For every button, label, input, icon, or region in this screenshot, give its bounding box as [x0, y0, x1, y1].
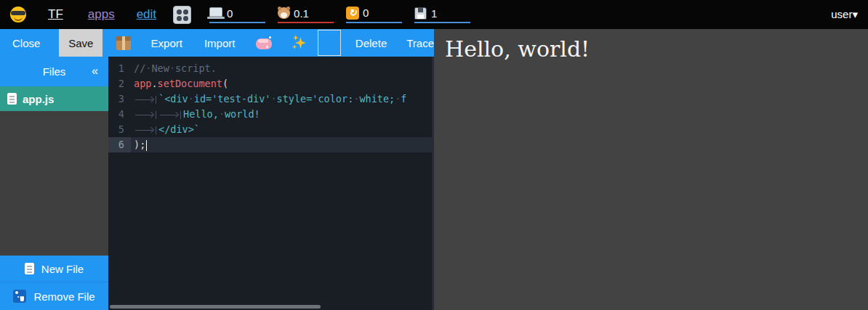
code-content: Hello,·world!	[134, 107, 260, 122]
new-file-button[interactable]: New File	[0, 256, 108, 282]
code-token: f	[401, 93, 406, 105]
horizontal-scrollbar-thumb[interactable]	[110, 305, 321, 309]
code-token: app	[134, 78, 151, 89]
space-dot: ·	[270, 93, 276, 105]
status-indicators: 00.1↻01	[209, 7, 483, 23]
remove-file-label: Remove File	[33, 290, 95, 303]
nav-link-tf[interactable]: TF	[48, 7, 63, 22]
space-dot: ·	[188, 93, 194, 105]
editor-region: Close Save Export Import Delete Trace Fi…	[0, 29, 434, 310]
code-token: script.	[175, 62, 217, 74]
code-lines: 1//·New·script.2app.setDocument(3`<div·i…	[108, 57, 434, 152]
repeat-icon: ↻	[346, 7, 359, 20]
code-token: `<div	[158, 93, 188, 105]
code-line-3: 3`<div·id='test-div'·style='color:·white…	[108, 91, 434, 107]
soap-icon[interactable]	[256, 38, 271, 49]
line-number: 5	[108, 122, 131, 137]
line-number: 2	[108, 76, 131, 91]
tab-whitespace-icon	[134, 94, 158, 105]
stat-value: 1	[431, 7, 437, 20]
code-line-5: 5</div>`	[108, 122, 434, 137]
package-icon[interactable]	[116, 36, 130, 50]
stat-hamster[interactable]: 0.1	[278, 7, 334, 23]
collapse-sidebar-button[interactable]: «	[92, 65, 98, 78]
code-line-2: 2app.setDocument(	[108, 76, 434, 91]
hamster-icon	[278, 7, 290, 19]
files-header-label: Files	[43, 65, 66, 78]
line-number: 4	[108, 107, 131, 122]
code-content: );	[134, 137, 147, 152]
code-token: white;	[359, 93, 395, 105]
code-content: </div>`	[134, 122, 200, 137]
nav-link-edit[interactable]: edit	[137, 7, 156, 22]
remove-file-button[interactable]: Remove File	[0, 282, 108, 310]
control-knobs-icon[interactable]	[173, 6, 191, 24]
tab-whitespace-icon	[134, 125, 158, 135]
stat-floppy[interactable]: 1	[414, 7, 470, 23]
document-icon	[7, 93, 17, 105]
tab-whitespace-icon	[158, 110, 183, 120]
new-file-label: New File	[41, 263, 84, 275]
sidebar-empty-area	[0, 111, 108, 256]
line-number: 1	[108, 61, 131, 76]
stat-value: 0.1	[294, 7, 309, 20]
text-cursor	[146, 140, 147, 151]
code-content: //·New·script.	[134, 61, 217, 76]
laptop-icon	[209, 7, 222, 17]
preview-hello-text: Hello, world!	[434, 29, 868, 64]
code-content: `<div·id='test-div'·style='color:·white;…	[134, 91, 406, 107]
space-dot: ·	[169, 62, 175, 74]
user-menu[interactable]: user▾	[831, 8, 858, 21]
nav-link-apps[interactable]: apps	[88, 7, 115, 22]
import-button[interactable]: Import	[204, 37, 236, 49]
horizontal-scrollbar	[108, 304, 432, 310]
code-token: style='color:	[277, 93, 354, 105]
code-token: Hello,	[183, 108, 219, 120]
stat-laptop[interactable]: 0	[209, 7, 265, 23]
code-token: world!	[225, 108, 260, 120]
close-button[interactable]: Close	[12, 37, 40, 49]
workspace: Files « app.js New File Remove File 1//·…	[0, 57, 434, 310]
delete-button[interactable]: Delete	[355, 37, 387, 49]
files-header: Files «	[0, 57, 108, 86]
editor-toolbar: Close Save Export Import Delete Trace	[0, 29, 434, 57]
code-token: .	[151, 78, 157, 89]
litter-bin-icon	[13, 290, 26, 303]
smiley-logo-icon[interactable]	[10, 7, 26, 23]
sparkles-icon[interactable]	[292, 35, 307, 51]
space-dot: ·	[219, 108, 225, 120]
code-line-4: 4Hello,·world!	[108, 107, 434, 122]
code-token: New	[151, 62, 169, 74]
empty-box-button[interactable]	[318, 30, 341, 56]
files-sidebar: Files « app.js New File Remove File	[0, 57, 108, 310]
trace-button[interactable]: Trace	[406, 37, 434, 49]
code-content: app.setDocument(	[134, 76, 228, 91]
stat-value: 0	[227, 7, 233, 20]
file-name: app.js	[23, 93, 54, 105]
top-bar: TF apps edit 00.1↻01 user▾	[0, 0, 868, 29]
file-item-appjs[interactable]: app.js	[0, 86, 108, 111]
line-number: 3	[108, 91, 131, 107]
tab-whitespace-icon	[134, 110, 158, 120]
code-token: //	[134, 62, 145, 74]
save-button[interactable]: Save	[59, 29, 103, 57]
line-number: 6	[108, 137, 131, 152]
new-file-icon	[25, 263, 34, 274]
code-token: );	[134, 139, 145, 150]
code-line-6: 6);	[108, 137, 434, 152]
code-editor[interactable]: 1//·New·script.2app.setDocument(3`<div·i…	[108, 57, 434, 310]
floppy-icon	[414, 7, 427, 20]
code-token: setDocument	[158, 78, 222, 89]
code-token: id='test-div'	[194, 93, 271, 105]
export-button[interactable]: Export	[151, 37, 182, 49]
code-token: (	[222, 78, 228, 89]
stat-value: 0	[363, 7, 369, 19]
code-token: </div>`	[158, 123, 200, 135]
code-line-1: 1//·New·script.	[108, 61, 434, 76]
stat-repeat[interactable]: ↻0	[346, 7, 402, 23]
preview-pane: Hello, world!	[434, 29, 868, 310]
